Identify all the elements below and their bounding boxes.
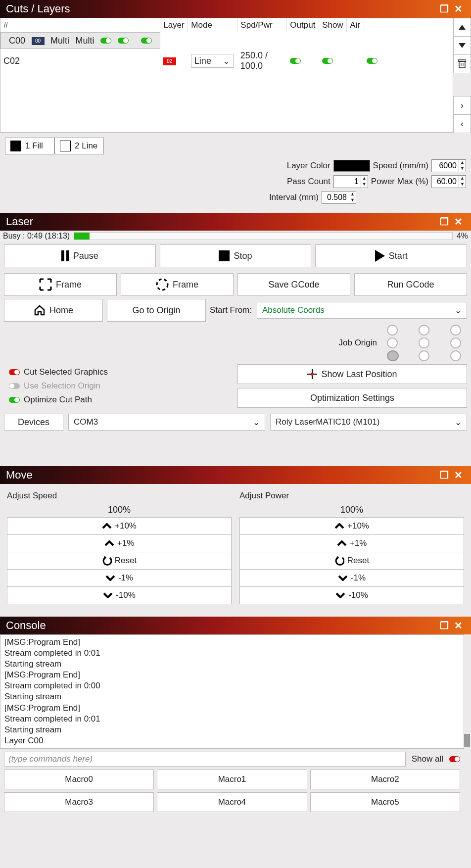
restore-icon[interactable]: ❐ (437, 216, 451, 228)
laser-header: Laser ❐ ✕ (0, 213, 471, 231)
col-output[interactable]: Output (287, 18, 319, 32)
speed-plus1-button[interactable]: +1% (7, 534, 232, 552)
progress-row: Busy : 0:49 (18:13) 4% (0, 231, 471, 241)
chevron-down-icon: ⌄ (253, 417, 260, 428)
restore-icon[interactable]: ❐ (437, 469, 451, 481)
pass-input[interactable]: ▲▼ (333, 175, 368, 188)
col-air[interactable]: Air (347, 18, 364, 32)
restore-icon[interactable]: ❐ (437, 620, 451, 631)
cuts-header: Cuts / Layers ❐ ✕ (0, 0, 471, 18)
console-line: [MSG:Program End] (4, 703, 460, 714)
console-panel: Console ❐ ✕ [MSG:Program End]Stream comp… (0, 617, 471, 816)
save-gcode-button[interactable]: Save GCode (237, 273, 350, 296)
spin-down-icon[interactable]: ▼ (459, 166, 466, 172)
collapse-left-button[interactable]: ‹ (453, 114, 471, 133)
speed-minus10-button[interactable]: -10% (7, 586, 232, 604)
machine-select[interactable]: Roly LaserMATIC10 (M101)⌄ (270, 414, 467, 431)
chevron-down-icon (105, 575, 115, 581)
command-input[interactable]: (type commands here) (4, 752, 406, 767)
tab-fill[interactable]: 1 Fill (5, 138, 54, 154)
cuts-title: Cuts / Layers (6, 2, 437, 15)
console-line: Layer C00 (4, 735, 460, 746)
speed-input[interactable]: ▲▼ (431, 159, 466, 172)
close-icon[interactable]: ✕ (451, 620, 465, 631)
move-up-button[interactable] (453, 18, 471, 37)
macro-button[interactable]: Macro1 (157, 770, 307, 789)
console-title: Console (6, 619, 437, 632)
home-button[interactable]: Home (4, 299, 103, 322)
power-plus10-button[interactable]: +10% (239, 517, 464, 535)
interval-input[interactable]: ▲▼ (322, 191, 356, 204)
show-toggle[interactable] (322, 58, 333, 64)
col-spd[interactable]: Spd/Pwr (237, 18, 287, 32)
optimize-toggle[interactable] (9, 397, 20, 403)
output-toggle[interactable] (290, 58, 301, 64)
power-minus10-button[interactable]: -10% (239, 586, 464, 604)
laser-title: Laser (6, 215, 437, 228)
pass-label: Pass Count (287, 177, 330, 187)
speed-minus1-button[interactable]: -1% (7, 569, 232, 587)
spin-up-icon[interactable]: ▲ (459, 160, 466, 166)
adjust-power-col: Adjust Power 100% +10% +1% Reset -1% -10… (239, 491, 464, 604)
chevron-down-icon: ⌄ (455, 305, 462, 316)
cut-selected-toggle[interactable] (9, 369, 20, 375)
run-gcode-button[interactable]: Run GCode (354, 273, 467, 296)
layer-row[interactable]: C00 00 Multi Multi (0, 32, 160, 49)
console-line: Stream completed in 0:00 (4, 680, 460, 691)
layer-row[interactable]: C02 02 Line⌄ 250.0 / 100.0 (0, 49, 453, 73)
macro-button[interactable]: Macro3 (4, 792, 154, 812)
devices-button[interactable]: Devices (4, 414, 63, 431)
macro-button[interactable]: Macro0 (4, 770, 154, 789)
close-icon[interactable]: ✕ (451, 469, 465, 481)
col-mode[interactable]: Mode (188, 18, 237, 32)
macro-button[interactable]: Macro4 (157, 792, 307, 812)
move-down-button[interactable] (453, 36, 471, 55)
home-icon (34, 304, 46, 316)
output-toggle[interactable] (100, 38, 111, 44)
power-input[interactable]: ▲▼ (431, 175, 466, 188)
power-minus1-button[interactable]: -1% (239, 569, 464, 587)
chevron-up-icon (102, 523, 112, 529)
console-output[interactable]: [MSG:Program End]Stream completed in 0:0… (0, 634, 464, 749)
speed-reset-button[interactable]: Reset (7, 552, 232, 570)
speed-plus10-button[interactable]: +10% (7, 517, 232, 535)
layer-color-swatch[interactable] (333, 160, 370, 172)
expand-right-button[interactable]: › (453, 96, 471, 115)
layer-color-label: Layer Color (287, 161, 330, 171)
air-toggle[interactable] (141, 38, 152, 44)
goto-origin-button[interactable]: Go to Origin (107, 299, 206, 322)
restore-icon[interactable]: ❐ (437, 3, 451, 15)
tab-line[interactable]: 2 Line (54, 138, 104, 154)
frame-oval-button[interactable]: Frame (121, 273, 234, 296)
air-toggle[interactable] (367, 58, 377, 64)
show-all-toggle[interactable] (449, 756, 460, 762)
macro-button[interactable]: Macro2 (310, 770, 460, 789)
start-button[interactable]: Start (315, 244, 467, 267)
laser-panel: Laser ❐ ✕ Busy : 0:49 (18:13) 4% Pause S… (0, 213, 471, 435)
delete-button[interactable] (453, 54, 471, 73)
mode-select[interactable]: Line⌄ (191, 54, 234, 68)
job-origin-selected[interactable] (387, 350, 399, 361)
show-all-label: Show all (412, 754, 443, 764)
col-show[interactable]: Show (319, 18, 347, 32)
power-plus1-button[interactable]: +1% (239, 534, 464, 552)
chevron-down-icon: ⌄ (455, 417, 462, 428)
optimization-settings-button[interactable]: Optimization Settings (237, 388, 467, 408)
close-icon[interactable]: ✕ (451, 3, 465, 15)
start-from-select[interactable]: Absolute Coords ⌄ (257, 302, 467, 319)
macro-button[interactable]: Macro5 (310, 792, 460, 812)
power-reset-button[interactable]: Reset (239, 552, 464, 570)
close-icon[interactable]: ✕ (451, 216, 465, 228)
frame-rect-button[interactable]: Frame (4, 273, 117, 296)
col-layer[interactable]: Layer (160, 18, 188, 32)
show-toggle[interactable] (118, 38, 129, 44)
use-selection-toggle[interactable] (9, 383, 20, 389)
job-origin-grid[interactable] (387, 325, 467, 361)
move-header: Move ❐ ✕ (0, 466, 471, 484)
port-select[interactable]: COM3⌄ (68, 414, 265, 431)
pause-button[interactable]: Pause (4, 244, 156, 267)
stop-button[interactable]: Stop (160, 244, 312, 267)
col-num[interactable]: # (0, 18, 160, 32)
scrollbar-thumb[interactable] (464, 734, 470, 747)
show-last-position-button[interactable]: Show Last Position (237, 364, 467, 384)
